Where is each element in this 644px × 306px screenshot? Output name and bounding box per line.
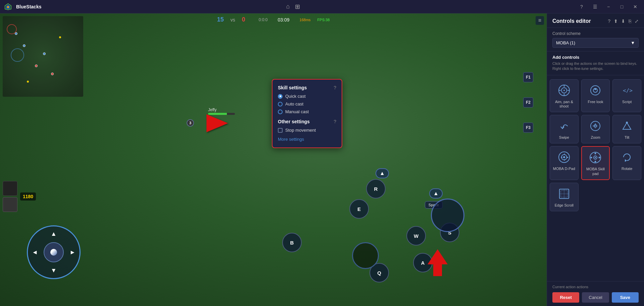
recall-button[interactable] bbox=[431, 199, 464, 232]
cast-options: Quick cast Auto cast Manual cast bbox=[278, 94, 336, 114]
control-edge-scroll[interactable]: Edge Scroll bbox=[550, 183, 579, 211]
manual-cast-radio[interactable] bbox=[278, 110, 283, 114]
minimize-button[interactable]: − bbox=[604, 2, 613, 11]
expand-icon[interactable]: ⤢ bbox=[635, 18, 639, 24]
chevron-up-1[interactable]: ▲ bbox=[376, 168, 389, 178]
skill-b[interactable]: B bbox=[282, 233, 302, 252]
stop-movement-label: Stop movement bbox=[285, 128, 316, 133]
red-up-arrow-overlay bbox=[426, 248, 449, 279]
other-settings-header: Other settings ? bbox=[278, 119, 336, 124]
help-circle-icon[interactable]: ? bbox=[608, 18, 610, 24]
more-settings-link[interactable]: More settings bbox=[278, 137, 304, 142]
swipe-icon bbox=[557, 119, 572, 133]
svg-point-32 bbox=[591, 157, 592, 159]
download-icon[interactable]: ⬇ bbox=[621, 18, 625, 24]
popup-help-icon[interactable]: ? bbox=[334, 85, 336, 90]
gold-amount: 1180 bbox=[20, 192, 36, 201]
upload-icon[interactable]: ⬆ bbox=[614, 18, 618, 24]
control-free-look[interactable]: Free look bbox=[581, 79, 610, 112]
fps-text: FPS:38 bbox=[317, 18, 330, 22]
dpad-right-arrow: ► bbox=[69, 249, 76, 256]
hud-menu-icon[interactable]: ≡ bbox=[536, 16, 544, 25]
control-tilt[interactable]: Tilt bbox=[612, 115, 641, 143]
auto-cast-option[interactable]: Auto cast bbox=[278, 101, 336, 106]
main-area: 15 vs 0 0:0:0 03:09 168ms FPS:38 ≡ F1 F2… bbox=[0, 13, 644, 306]
other-settings-title: Other settings bbox=[278, 119, 310, 124]
control-aim-pan-shoot[interactable]: Aim, pan & shoot bbox=[550, 79, 579, 112]
control-script[interactable]: </> Script bbox=[612, 79, 641, 112]
close-button[interactable]: ✕ bbox=[631, 2, 640, 11]
svg-point-19 bbox=[626, 122, 628, 124]
moba-skill-pad-label: MOBA Skill pad bbox=[584, 167, 607, 176]
moba-dpad-icon: ▲ ▼ ◄ ► bbox=[557, 150, 572, 165]
tilt-label: Tilt bbox=[625, 135, 629, 140]
control-rotate[interactable]: Rotate bbox=[612, 146, 641, 180]
script-label: Script bbox=[622, 100, 632, 104]
chevron-up-2[interactable]: ▲ bbox=[429, 188, 443, 199]
fkey-f3[interactable]: F3 bbox=[523, 123, 533, 133]
red-score: 0 bbox=[242, 16, 245, 23]
add-controls-desc: Click or drag the actions on the screen … bbox=[552, 61, 639, 72]
aim-pan-shoot-label: Aim, pan & shoot bbox=[552, 100, 576, 108]
game-viewport: 15 vs 0 0:0:0 03:09 168ms FPS:38 ≡ F1 F2… bbox=[0, 13, 547, 306]
control-swipe[interactable]: Swipe bbox=[550, 115, 579, 143]
maximize-button[interactable]: □ bbox=[617, 2, 627, 11]
menu-button[interactable]: ☰ bbox=[590, 2, 600, 11]
stats-text: 0:0:0 bbox=[259, 17, 268, 22]
skill-circle-large bbox=[352, 242, 379, 269]
svg-point-2 bbox=[7, 6, 9, 8]
control-moba-skill-pad[interactable]: MOBA Skill pad bbox=[581, 146, 610, 180]
scheme-section: Control scheme MOBA (1) ▼ bbox=[547, 28, 644, 51]
control-zoom[interactable]: Zoom bbox=[581, 115, 610, 143]
layers-icon[interactable]: ⊞ bbox=[295, 3, 300, 10]
moba-dpad-label: MOBA D-Pad bbox=[553, 167, 575, 171]
rotate-label: Rotate bbox=[622, 167, 632, 171]
svg-text:►: ► bbox=[566, 156, 569, 159]
scheme-select[interactable]: MOBA (1) ▼ bbox=[552, 38, 639, 48]
title-bar: BlueStacks ⌂ ⊞ ? ☰ − □ ✕ bbox=[0, 0, 644, 13]
svg-text:</>: </> bbox=[623, 87, 633, 94]
timer: 03:09 bbox=[278, 17, 289, 23]
other-settings-help-icon[interactable]: ? bbox=[334, 119, 336, 124]
scheme-value: MOBA (1) bbox=[556, 40, 575, 45]
copy-icon[interactable]: ⎘ bbox=[629, 18, 631, 24]
script-icon: </> bbox=[620, 83, 634, 98]
footer-text: Current action actions bbox=[552, 285, 639, 289]
add-controls-section: Add controls Click or drag the actions o… bbox=[547, 51, 644, 75]
panel-header: Controls editor ? ⬆ ⬇ ⎘ ⤢ bbox=[547, 13, 644, 28]
manual-cast-option[interactable]: Manual cast bbox=[278, 109, 336, 114]
skill-e[interactable]: E bbox=[349, 199, 369, 219]
popup-header: Skill settings ? bbox=[278, 85, 336, 90]
controls-panel: Controls editor ? ⬆ ⬇ ⎘ ⤢ Control scheme… bbox=[547, 13, 644, 306]
cancel-button[interactable]: Cancel bbox=[582, 292, 609, 303]
free-look-icon bbox=[588, 83, 603, 98]
swipe-label: Swipe bbox=[559, 135, 569, 140]
panel-header-icons: ? ⬆ ⬇ ⎘ ⤢ bbox=[608, 18, 639, 24]
reset-button[interactable]: Reset bbox=[552, 292, 579, 303]
item-slot-2 bbox=[3, 197, 17, 212]
item-slots bbox=[3, 181, 17, 212]
skill-w[interactable]: W bbox=[406, 226, 426, 246]
save-button[interactable]: Save bbox=[612, 292, 639, 303]
quick-cast-option[interactable]: Quick cast bbox=[278, 94, 336, 99]
svg-marker-3 bbox=[428, 249, 448, 276]
svg-text:▲: ▲ bbox=[563, 152, 566, 156]
dpad[interactable]: ▲ ▼ ◄ ► bbox=[27, 225, 81, 279]
help-button[interactable]: ? bbox=[577, 2, 586, 11]
fkey-f2[interactable]: F2 bbox=[523, 97, 533, 107]
fkey-f1[interactable]: F1 bbox=[523, 72, 533, 82]
control-moba-dpad[interactable]: ▲ ▼ ◄ ► MOBA D-Pad bbox=[550, 146, 579, 180]
skill-circle[interactable] bbox=[352, 242, 379, 269]
svg-point-29 bbox=[595, 157, 596, 158]
svg-text:◄: ◄ bbox=[560, 156, 563, 159]
blue-score: 15 bbox=[217, 16, 224, 23]
stop-movement-checkbox[interactable]: Stop movement bbox=[278, 128, 336, 133]
home-icon[interactable]: ⌂ bbox=[286, 3, 290, 10]
quick-cast-radio[interactable] bbox=[278, 94, 283, 99]
edge-scroll-label: Edge Scroll bbox=[555, 203, 574, 208]
stop-movement-box[interactable] bbox=[278, 128, 283, 133]
aim-pan-shoot-icon bbox=[557, 83, 572, 98]
skill-r[interactable]: R bbox=[366, 179, 386, 199]
red-arrow-pointer: ▶ bbox=[206, 107, 228, 135]
auto-cast-radio[interactable] bbox=[278, 102, 283, 106]
